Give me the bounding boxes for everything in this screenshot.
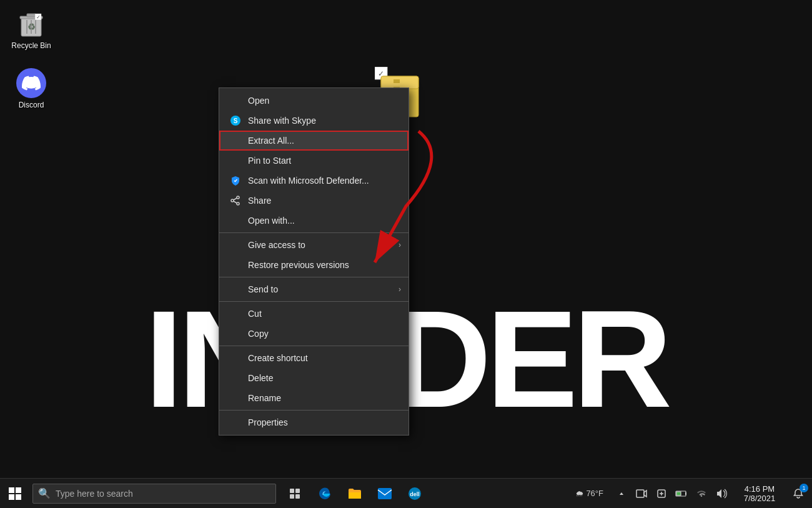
search-icon: 🔍 [38,487,51,499]
weather-icon: 🌧 [575,489,583,498]
taskbar: 🔍 Type here to search [0,478,812,508]
context-menu: Open S Share with Skype Extract All... P… [219,87,409,436]
menu-item-open-with-label: Open with... [248,216,295,226]
windows-logo [9,487,21,500]
desktop: INSIDER ♻ ✓ Recycle Bin [0,0,812,478]
separator-2 [219,277,408,277]
search-placeholder-text: Type here to search [56,489,133,499]
menu-item-extract-label: Extract All... [248,136,294,146]
discord-desktop-icon[interactable]: Discord [6,66,56,112]
menu-item-extract-all[interactable]: Extract All... [219,131,408,151]
give-access-arrow: › [399,241,401,249]
svg-line-20 [234,198,237,200]
svg-point-17 [237,196,239,199]
svg-rect-27 [378,488,392,499]
menu-item-open[interactable]: Open [219,91,408,111]
menu-item-share-skype-label: Share with Skype [248,116,316,126]
defender-shield-icon [229,176,242,186]
svg-rect-24 [295,489,300,493]
svg-rect-30 [636,490,644,497]
menu-item-send-to-label: Send to [248,284,278,294]
menu-item-share[interactable]: Share [219,191,408,211]
menu-item-create-shortcut[interactable]: Create shortcut [219,348,408,368]
notification-button[interactable]: 1 [785,479,812,509]
separator-4 [219,346,408,346]
send-to-arrow: › [399,285,401,294]
skype-icon: S [229,116,242,126]
menu-item-copy[interactable]: Copy [219,324,408,344]
menu-item-defender-label: Scan with Microsoft Defender... [248,176,369,186]
dell-button[interactable]: dell [401,479,428,509]
menu-item-properties[interactable]: Properties [219,412,408,432]
edge-browser-button[interactable] [311,479,339,509]
menu-item-open-with[interactable]: Open with... [219,211,408,231]
volume-icon[interactable] [712,479,731,509]
clock-area[interactable]: 4:16 PM 7/8/2021 [735,479,785,509]
clock-date: 7/8/2021 [744,494,776,503]
menu-item-cut[interactable]: Cut [219,304,408,324]
menu-item-pin-start-label: Pin to Start [248,156,291,166]
mail-button[interactable] [371,479,399,509]
start-button[interactable] [0,479,30,509]
menu-item-share-label: Share [248,196,271,206]
battery-icon[interactable] [672,479,691,509]
tray-icon-screen[interactable] [632,479,651,509]
svg-point-19 [231,199,234,202]
menu-item-scan-defender[interactable]: Scan with Microsoft Defender... [219,171,408,191]
menu-item-delete[interactable]: Delete [219,368,408,388]
taskbar-center-icons: dell [281,479,428,509]
menu-item-pin-start[interactable]: Pin to Start [219,151,408,171]
svg-rect-23 [290,489,294,493]
menu-item-give-access-label: Give access to [248,240,305,250]
recycle-bin-icon[interactable]: ♻ ✓ Recycle Bin [6,6,56,52]
recycle-bin-label: Recycle Bin [11,41,51,50]
network-icon[interactable] [692,479,711,509]
weather-temp: 76°F [586,489,603,498]
svg-rect-25 [290,494,294,499]
menu-item-copy-label: Copy [248,329,269,339]
taskbar-search-bar[interactable]: 🔍 Type here to search [32,484,276,504]
separator-1 [219,232,408,233]
svg-point-18 [237,202,239,205]
clock-time: 4:16 PM [745,484,775,494]
menu-item-cut-label: Cut [248,309,262,319]
svg-rect-35 [676,492,681,496]
menu-item-share-skype[interactable]: S Share with Skype [219,111,408,131]
menu-item-restore-versions[interactable]: Restore previous versions [219,255,408,275]
discord-icon-graphic [16,68,46,98]
menu-item-restore-label: Restore previous versions [248,260,349,270]
svg-text:✓: ✓ [36,14,41,20]
task-view-button[interactable] [281,479,309,509]
svg-rect-13 [394,79,400,83]
show-hidden-icons-button[interactable] [612,479,631,509]
menu-item-create-shortcut-label: Create shortcut [248,353,308,363]
svg-rect-2 [27,14,36,17]
svg-text:dell: dell [410,491,420,497]
notification-badge: 1 [800,484,808,492]
separator-3 [219,301,408,302]
menu-item-send-to[interactable]: Send to › [219,279,408,299]
weather-widget[interactable]: 🌧 76°F [570,479,608,509]
svg-rect-26 [295,494,300,499]
menu-item-delete-label: Delete [248,373,273,383]
share-icon [229,196,242,206]
svg-line-21 [234,201,237,203]
system-tray [608,479,735,509]
menu-item-open-label: Open [248,96,269,106]
menu-item-give-access[interactable]: Give access to › [219,235,408,255]
menu-item-rename[interactable]: Rename [219,388,408,408]
menu-item-properties-label: Properties [248,417,288,427]
file-explorer-button[interactable] [341,479,369,509]
menu-item-rename-label: Rename [248,393,281,403]
taskbar-right: 🌧 76°F [570,479,812,509]
tray-icon-unknown[interactable] [652,479,671,509]
discord-label: Discord [19,101,44,109]
separator-5 [219,410,408,411]
